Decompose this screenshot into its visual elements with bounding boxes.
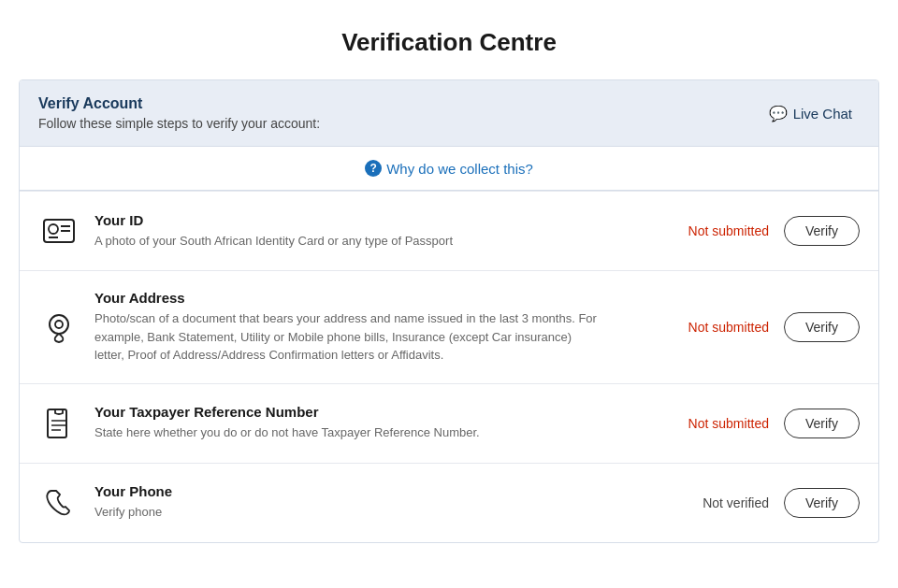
- verify-account-subtitle: Follow these simple steps to verify your…: [38, 116, 320, 131]
- phone-verify-button[interactable]: Verify: [784, 488, 860, 518]
- id-item-actions: Not submitted Verify: [673, 216, 860, 246]
- live-chat-label: Live Chat: [793, 106, 852, 122]
- taxpayer-icon: [38, 403, 80, 444]
- address-item-actions: Not submitted Verify: [673, 312, 860, 342]
- why-collect-label: Why do we collect this?: [386, 161, 533, 177]
- taxpayer-status: Not submitted: [688, 416, 769, 431]
- page-title: Verification Centre: [19, 28, 879, 57]
- taxpayer-item-actions: Not submitted Verify: [673, 409, 860, 438]
- id-icon: [38, 210, 80, 251]
- verification-item-id: Your ID A photo of your South African Id…: [20, 191, 878, 270]
- address-verify-button[interactable]: Verify: [784, 312, 860, 342]
- verification-item-phone: Your Phone Verify phone Not verified Ver…: [20, 463, 878, 542]
- address-item-desc: Photo/scan of a document that bears your…: [94, 309, 600, 365]
- verification-item-address: Your Address Photo/scan of a document th…: [20, 270, 878, 383]
- address-icon: [38, 307, 80, 348]
- svg-point-5: [50, 315, 68, 334]
- phone-item-desc: Verify phone: [94, 503, 600, 522]
- taxpayer-item-name: Your Taxpayer Reference Number: [94, 404, 658, 420]
- id-item-desc: A photo of your South African Identity C…: [94, 232, 600, 251]
- phone-item-name: Your Phone: [94, 483, 658, 499]
- id-verify-button[interactable]: Verify: [784, 216, 860, 246]
- phone-item-actions: Not verified Verify: [673, 488, 860, 518]
- verify-header: Verify Account Follow these simple steps…: [20, 80, 878, 146]
- why-collect-row: ? Why do we collect this?: [20, 146, 878, 191]
- verify-card: Verify Account Follow these simple steps…: [19, 79, 879, 543]
- verify-header-left: Verify Account Follow these simple steps…: [38, 95, 320, 131]
- svg-point-1: [49, 224, 58, 234]
- verification-item-taxpayer: Your Taxpayer Reference Number State her…: [20, 383, 878, 463]
- live-chat-button[interactable]: 💬 Live Chat: [761, 101, 860, 126]
- id-item-content: Your ID A photo of your South African Id…: [94, 212, 658, 251]
- taxpayer-item-desc: State here whether you do or do not have…: [94, 423, 600, 442]
- verify-account-title: Verify Account: [38, 95, 320, 112]
- chat-icon: 💬: [769, 105, 788, 122]
- svg-point-6: [55, 321, 63, 328]
- address-item-name: Your Address: [94, 290, 658, 306]
- taxpayer-item-content: Your Taxpayer Reference Number State her…: [94, 404, 658, 442]
- why-collect-link[interactable]: ? Why do we collect this?: [365, 160, 533, 177]
- address-status: Not submitted: [688, 320, 769, 335]
- id-item-name: Your ID: [94, 212, 658, 228]
- help-icon: ?: [365, 160, 382, 177]
- phone-status: Not verified: [702, 495, 769, 510]
- taxpayer-verify-button[interactable]: Verify: [784, 409, 860, 438]
- address-item-content: Your Address Photo/scan of a document th…: [94, 290, 658, 365]
- phone-item-content: Your Phone Verify phone: [94, 483, 658, 522]
- id-status: Not submitted: [688, 223, 769, 238]
- phone-icon: [38, 482, 80, 523]
